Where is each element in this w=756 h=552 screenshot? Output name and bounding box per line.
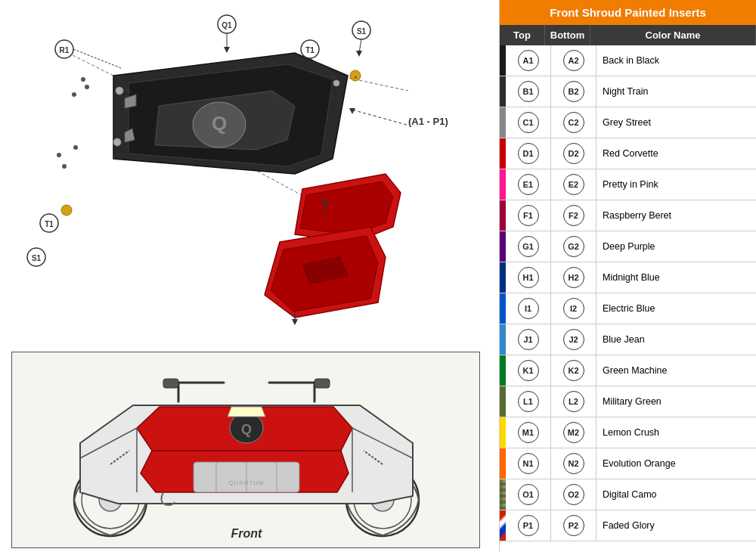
vehicle-image: Q Front QUANTUM bbox=[11, 352, 480, 548]
left-panel: Q bbox=[0, 0, 499, 552]
top-code: H1 bbox=[518, 267, 539, 288]
bottom-code: J2 bbox=[563, 329, 584, 350]
top-code: D1 bbox=[518, 143, 539, 164]
top-code: B1 bbox=[518, 81, 539, 102]
a1p1-label: (A1 - P1) bbox=[408, 116, 448, 127]
top-code: G1 bbox=[518, 236, 539, 257]
table-row: H1 H2 Midnight Blue bbox=[500, 262, 756, 293]
s1-bot-label: S1 bbox=[32, 254, 42, 262]
table-row: B1 B2 Night Train bbox=[500, 76, 756, 107]
top-code-cell: H1 bbox=[506, 262, 551, 293]
table-row: A1 A2 Back in Black bbox=[500, 45, 756, 76]
color-swatch bbox=[500, 76, 506, 107]
bottom-code: L2 bbox=[563, 391, 584, 412]
top-code-cell: D1 bbox=[506, 138, 551, 169]
col-top-header: Top bbox=[500, 25, 545, 45]
diagram-area: Q bbox=[0, 0, 499, 348]
top-code-cell: G1 bbox=[506, 231, 551, 262]
color-table-rows: A1 A2 Back in Black B1 B2 Night Train C1… bbox=[500, 45, 756, 552]
bottom-code: B2 bbox=[563, 81, 584, 102]
svg-marker-17 bbox=[224, 47, 230, 53]
svg-marker-29 bbox=[349, 108, 355, 114]
color-name: Faded Glory bbox=[596, 510, 756, 541]
top-code-cell: A1 bbox=[506, 45, 551, 76]
bottom-code: I2 bbox=[563, 298, 584, 319]
bottom-code: N2 bbox=[563, 453, 584, 474]
top-code-cell: J1 bbox=[506, 324, 551, 355]
color-swatch bbox=[500, 138, 506, 169]
color-name: Green Machine bbox=[596, 355, 756, 386]
color-name: Evolution Orange bbox=[596, 448, 756, 479]
color-swatch bbox=[500, 169, 506, 200]
svg-rect-48 bbox=[163, 379, 178, 388]
top-code-cell: O1 bbox=[506, 479, 551, 510]
color-swatch bbox=[500, 262, 506, 293]
bottom-code: E2 bbox=[563, 174, 584, 195]
bottom-code: H2 bbox=[563, 267, 584, 288]
bottom-code: K2 bbox=[563, 360, 584, 381]
table-row: K1 K2 Green Machine bbox=[500, 355, 756, 386]
svg-point-36 bbox=[57, 153, 61, 157]
svg-marker-14 bbox=[292, 319, 298, 325]
color-name: Blue Jean bbox=[596, 324, 756, 355]
table-row: I1 I2 Electric Blue bbox=[500, 293, 756, 324]
svg-rect-49 bbox=[314, 379, 330, 388]
red-inserts bbox=[265, 174, 401, 325]
bottom-code: C2 bbox=[563, 112, 584, 133]
bottom-code-cell: B2 bbox=[551, 76, 596, 107]
svg-marker-22 bbox=[356, 51, 362, 57]
svg-point-34 bbox=[85, 85, 89, 89]
exploded-diagram: Q bbox=[8, 8, 491, 325]
top-code: A1 bbox=[518, 50, 539, 71]
color-swatch bbox=[500, 510, 506, 541]
color-name: Deep Purple bbox=[596, 231, 756, 262]
color-name: Red Corvette bbox=[596, 138, 756, 169]
color-name: Military Green bbox=[596, 386, 756, 417]
color-name: Lemon Crush bbox=[596, 417, 756, 448]
top-code: L1 bbox=[518, 391, 539, 412]
bottom-code-cell: H2 bbox=[551, 262, 596, 293]
top-code: P1 bbox=[518, 515, 539, 536]
bottom-code-cell: N2 bbox=[551, 448, 596, 479]
s1-top-label: S1 bbox=[357, 27, 367, 36]
top-code: C1 bbox=[518, 112, 539, 133]
svg-point-7 bbox=[116, 87, 123, 95]
top-code-cell: I1 bbox=[506, 293, 551, 324]
table-row: O1 O2 Digital Camo bbox=[500, 479, 756, 510]
color-swatch bbox=[500, 45, 506, 76]
top-code-cell: N1 bbox=[506, 448, 551, 479]
svg-line-19 bbox=[73, 49, 121, 68]
bottom-code-cell: C2 bbox=[551, 107, 596, 138]
table-row: P1 P2 Faded Glory bbox=[500, 510, 756, 541]
top-code-cell: M1 bbox=[506, 417, 551, 448]
table-row: L1 L2 Military Green bbox=[500, 386, 756, 417]
col-name-header: Color Name bbox=[590, 25, 756, 45]
col-bottom-header: Bottom bbox=[545, 25, 590, 45]
top-code-cell: B1 bbox=[506, 76, 551, 107]
svg-text:Q: Q bbox=[241, 422, 252, 437]
svg-point-35 bbox=[72, 92, 76, 97]
color-name: Pretty in Pink bbox=[596, 169, 756, 200]
svg-text:Q: Q bbox=[212, 112, 227, 135]
color-swatch bbox=[500, 200, 506, 231]
r1-label: R1 bbox=[60, 46, 70, 54]
svg-text:QUANTUM: QUANTUM bbox=[228, 479, 264, 486]
bottom-code-cell: D2 bbox=[551, 138, 596, 169]
table-title: Front Shroud Painted Inserts bbox=[500, 0, 756, 25]
svg-point-33 bbox=[81, 77, 85, 82]
t1-top-label: T1 bbox=[305, 46, 314, 54]
bottom-code: P2 bbox=[563, 515, 584, 536]
bottom-code: D2 bbox=[563, 143, 584, 164]
svg-text:●: ● bbox=[354, 74, 357, 79]
svg-point-8 bbox=[113, 138, 121, 146]
top-code: O1 bbox=[518, 484, 539, 505]
top-code-cell: F1 bbox=[506, 200, 551, 231]
top-code: K1 bbox=[518, 360, 539, 381]
bottom-code-cell: I2 bbox=[551, 293, 596, 324]
svg-point-37 bbox=[62, 164, 67, 169]
bottom-code: F2 bbox=[563, 205, 584, 226]
bottom-code-cell: O2 bbox=[551, 479, 596, 510]
color-name: Midnight Blue bbox=[596, 262, 756, 293]
bottom-code-cell: P2 bbox=[551, 510, 596, 541]
q1-label: Q1 bbox=[222, 21, 232, 29]
